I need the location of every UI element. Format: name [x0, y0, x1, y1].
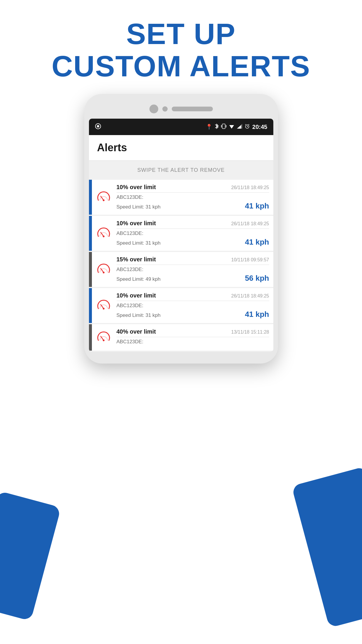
alert-title: 10% over limit [117, 220, 156, 227]
alert-side-bar [89, 252, 92, 287]
alert-divider [117, 228, 269, 229]
list-item[interactable]: 40% over limit 13/11/18 15:11:28 ABC123D… [89, 324, 273, 351]
list-item[interactable]: 10% over limit 26/11/18 18:49:25 ABC123D… [89, 216, 273, 251]
svg-line-11 [245, 124, 246, 125]
svg-point-16 [103, 308, 105, 310]
alert-speed-value: 56 kph [245, 274, 269, 283]
phone-speaker [172, 107, 213, 111]
alert-divider [117, 192, 269, 193]
svg-line-12 [248, 124, 249, 125]
svg-rect-2 [222, 124, 225, 129]
alert-vehicle: ABC123DE: [117, 303, 269, 309]
alert-title: 10% over limit [117, 292, 156, 299]
alert-divider [117, 301, 269, 301]
alert-top-row: 10% over limit 26/11/18 18:49:25 [117, 220, 269, 227]
alert-speed-limit: Speed Limit: 31 kph [117, 204, 161, 210]
alert-icon-area [92, 252, 115, 287]
speedometer-icon [96, 190, 111, 205]
status-time: 20:45 [252, 124, 267, 130]
alert-icon-area [92, 216, 115, 251]
alert-top-row: 40% over limit 13/11/18 15:11:28 [117, 328, 269, 335]
alert-vehicle: ABC123DE: [117, 194, 269, 200]
status-bar: 📍 [89, 119, 273, 135]
list-item[interactable]: 10% over limit 26/11/18 18:49:25 ABC123D… [89, 180, 273, 215]
alert-list: 10% over limit 26/11/18 18:49:25 ABC123D… [89, 180, 273, 351]
status-notification-icon [95, 123, 101, 131]
alert-content: 10% over limit 26/11/18 18:49:25 ABC123D… [115, 180, 273, 215]
alert-side-bar [89, 180, 92, 215]
alert-side-bar [89, 324, 92, 351]
phone-camera [149, 105, 158, 113]
alert-content: 10% over limit 26/11/18 18:49:25 ABC123D… [115, 216, 273, 251]
alert-bottom-row: Speed Limit: 49 kph 56 kph [117, 274, 269, 283]
speedometer-icon [96, 330, 111, 345]
alert-bottom-row: Speed Limit: 31 kph 41 kph [117, 238, 269, 247]
app-header-title: Alerts [97, 142, 265, 154]
alert-timestamp: 10/11/18 09:59:57 [231, 257, 269, 263]
speedometer-icon [96, 298, 111, 313]
list-item[interactable]: 15% over limit 10/11/18 09:59:57 ABC123D… [89, 252, 273, 287]
phone-top-bar [89, 100, 273, 119]
alert-content: 15% over limit 10/11/18 09:59:57 ABC123D… [115, 252, 273, 287]
speedometer-icon [96, 262, 111, 277]
alert-speed-limit: Speed Limit: 31 kph [117, 312, 161, 318]
alert-bottom-row: Speed Limit: 31 kph 41 kph [117, 201, 269, 211]
alert-vehicle: ABC123DE: [117, 267, 269, 273]
alert-bottom-row: Speed Limit: 31 kph 41 kph [117, 310, 269, 319]
swipe-hint: SWIPE THE ALERT TO REMOVE [89, 161, 273, 180]
phone-screen: 📍 [89, 119, 273, 352]
alert-speed-value: 41 kph [245, 310, 269, 319]
alert-top-row: 10% over limit 26/11/18 18:49:25 [117, 292, 269, 299]
alert-timestamp: 13/11/18 15:11:28 [231, 329, 269, 335]
alert-content: 40% over limit 13/11/18 15:11:28 ABC123D… [115, 324, 273, 351]
location-icon: 📍 [206, 124, 212, 130]
alert-speed-limit: Speed Limit: 31 kph [117, 240, 161, 246]
alert-timestamp: 26/11/18 18:49:25 [231, 293, 269, 299]
alert-icon-area [92, 180, 115, 215]
alarm-icon [245, 124, 250, 130]
alert-title: 40% over limit [117, 328, 156, 335]
page-title: SET UP CUSTOM ALERTS [52, 18, 311, 82]
alert-content: 10% over limit 26/11/18 18:49:25 ABC123D… [115, 288, 273, 323]
alert-speed-limit: Speed Limit: 49 kph [117, 276, 161, 282]
svg-point-14 [103, 236, 105, 237]
alert-top-row: 10% over limit 26/11/18 18:49:25 [117, 184, 269, 191]
bg-shape-right [292, 466, 362, 628]
alert-divider [117, 337, 269, 337]
status-right-icons: 📍 [206, 123, 267, 131]
alert-vehicle: ABC123DE: [117, 231, 269, 236]
vibrate-icon [221, 123, 226, 131]
alert-top-row: 15% over limit 10/11/18 09:59:57 [117, 256, 269, 263]
svg-point-1 [97, 125, 99, 127]
phone-dot [162, 106, 168, 112]
alert-icon-area [92, 324, 115, 351]
signal-icon [237, 124, 242, 130]
phone-mockup: 📍 [84, 94, 278, 364]
app-header: Alerts [89, 135, 273, 161]
bluetooth-icon [215, 123, 219, 131]
wifi-icon [229, 124, 235, 130]
svg-point-17 [103, 339, 105, 341]
alert-speed-value: 41 kph [245, 238, 269, 247]
alert-title: 10% over limit [117, 184, 156, 191]
list-item[interactable]: 10% over limit 26/11/18 18:49:25 ABC123D… [89, 288, 273, 323]
alert-timestamp: 26/11/18 18:49:25 [231, 221, 269, 226]
phone-body: 📍 [84, 94, 278, 364]
alert-title: 15% over limit [117, 256, 156, 263]
alert-speed-value: 41 kph [245, 201, 269, 211]
alert-vehicle: ABC123DE: [117, 339, 269, 345]
bg-shape-left [0, 491, 61, 621]
svg-point-13 [103, 199, 105, 201]
alert-icon-area [92, 288, 115, 323]
speedometer-icon [96, 226, 111, 241]
alert-divider [117, 265, 269, 265]
svg-point-15 [103, 272, 105, 273]
svg-marker-5 [229, 125, 234, 129]
alert-timestamp: 26/11/18 18:49:25 [231, 185, 269, 190]
alert-side-bar [89, 216, 92, 251]
alert-side-bar [89, 288, 92, 323]
